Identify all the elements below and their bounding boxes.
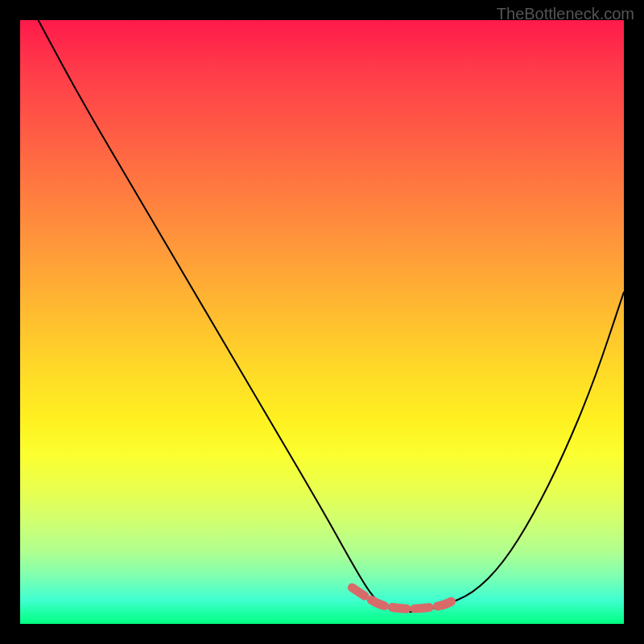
stress-segment-path bbox=[353, 588, 456, 609]
chart-svg bbox=[20, 20, 624, 624]
watermark-label: TheBottleneck.com bbox=[497, 5, 634, 23]
plot-area bbox=[20, 20, 624, 624]
bottleneck-curve-path bbox=[39, 20, 625, 612]
